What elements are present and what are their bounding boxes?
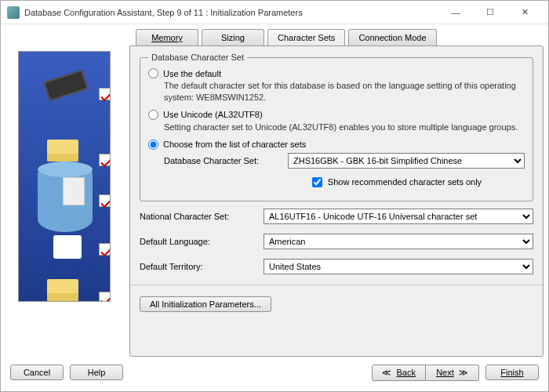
tab-panel: Database Character Set Use the default T… — [129, 45, 544, 357]
db-charset-legend: Database Character Set — [148, 53, 247, 62]
show-recommended-label: Show recommended character sets only — [328, 177, 482, 187]
cancel-button[interactable]: Cancel — [10, 365, 64, 380]
db-charset-select[interactable]: ZHS16GBK - GBK 16-bit Simplified Chinese — [288, 153, 525, 169]
step-check-icon — [99, 194, 111, 207]
finish-button[interactable]: Finish — [485, 365, 539, 380]
footer: Cancel Help ≪ Back Next ≫ Finish — [1, 357, 548, 391]
step-check-icon — [99, 88, 111, 100]
window-title: Database Configuration Assistant, Step 9… — [24, 8, 438, 17]
tab-memory[interactable]: Memory — [136, 29, 198, 45]
radio-use-default[interactable] — [148, 68, 158, 78]
db-charset-group: Database Character Set Use the default T… — [140, 53, 533, 201]
tab-sizing[interactable]: Sizing — [202, 29, 264, 45]
wizard-graphic — [18, 51, 111, 302]
show-recommended-checkbox[interactable] — [312, 177, 322, 187]
default-language-label: Default Language: — [140, 237, 257, 246]
national-charset-label: National Character Set: — [140, 212, 257, 221]
default-territory-label: Default Territory: — [140, 262, 257, 271]
default-language-select[interactable]: American — [264, 234, 533, 249]
step-check-icon — [99, 154, 111, 166]
use-unicode-desc: Setting character set to Unicode (AL32UT… — [164, 122, 525, 133]
radio-use-unicode-label: Use Unicode (AL32UTF8) — [163, 110, 263, 119]
radio-choose-list[interactable] — [148, 140, 158, 150]
tab-character-sets[interactable]: Character Sets — [267, 29, 345, 45]
help-button[interactable]: Help — [70, 365, 123, 380]
next-button[interactable]: Next ≫ — [426, 365, 479, 381]
default-territory-select[interactable]: United States — [264, 259, 533, 274]
radio-use-unicode[interactable] — [148, 110, 158, 120]
national-charset-select[interactable]: AL16UTF16 - Unicode UTF-16 Universal cha… — [264, 209, 533, 224]
use-default-desc: The default character set for this datab… — [164, 80, 525, 103]
step-check-icon — [99, 292, 111, 302]
radio-choose-list-label: Choose from the list of character sets — [163, 140, 306, 149]
wizard-sidebar — [5, 29, 123, 357]
radio-use-default-label: Use the default — [163, 69, 221, 78]
back-button[interactable]: ≪ Back — [372, 365, 426, 381]
close-button[interactable]: ✕ — [507, 2, 542, 24]
maximize-button[interactable]: ☐ — [473, 2, 507, 24]
app-icon — [7, 6, 20, 19]
titlebar: Database Configuration Assistant, Step 9… — [1, 1, 548, 24]
minimize-button[interactable]: — — [438, 2, 473, 24]
tab-bar: Memory Sizing Character Sets Connection … — [129, 29, 544, 45]
db-charset-label: Database Character Set: — [164, 156, 282, 165]
all-init-params-button[interactable]: All Initialization Parameters... — [140, 296, 271, 312]
step-check-icon — [99, 243, 111, 256]
tab-connection-mode[interactable]: Connection Mode — [348, 29, 436, 45]
